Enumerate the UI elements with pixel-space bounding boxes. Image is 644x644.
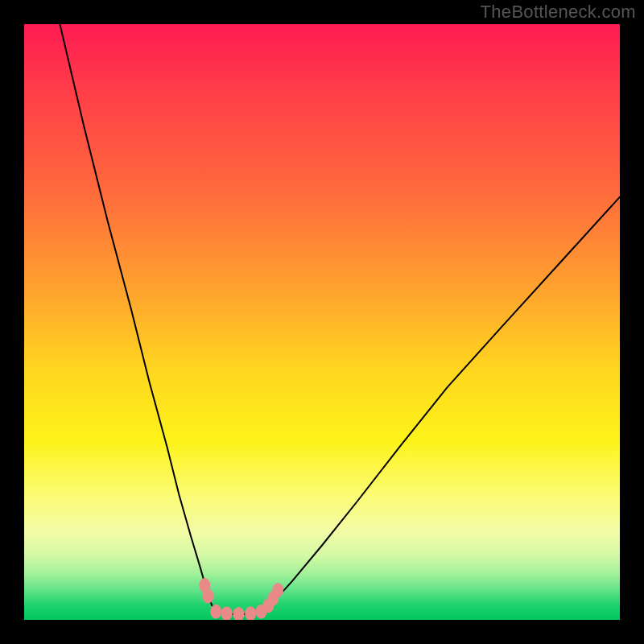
highlight-marker bbox=[210, 605, 221, 619]
watermark-text: TheBottleneck.com bbox=[481, 2, 636, 23]
series-left-branch bbox=[60, 24, 214, 612]
highlight-marker bbox=[233, 607, 244, 620]
highlight-marker bbox=[245, 606, 256, 620]
plot-area bbox=[24, 24, 620, 620]
highlight-marker bbox=[221, 606, 233, 620]
chart-stage: TheBottleneck.com bbox=[0, 0, 644, 644]
highlight-markers bbox=[199, 578, 283, 620]
highlight-marker bbox=[272, 583, 283, 597]
highlight-marker bbox=[203, 588, 214, 603]
curve-layer bbox=[24, 24, 620, 620]
series-right-branch bbox=[262, 197, 620, 613]
